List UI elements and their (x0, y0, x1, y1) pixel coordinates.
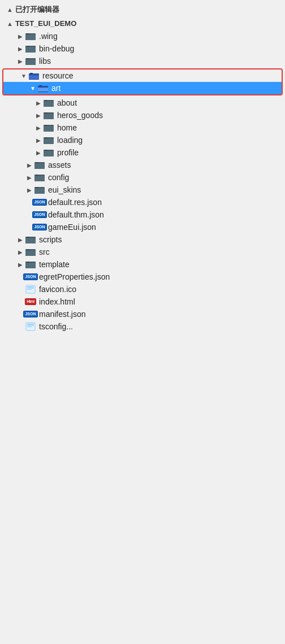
svg-rect-24 (44, 101, 54, 107)
svg-rect-37 (45, 137, 48, 138)
folder-icon-about (43, 98, 54, 107)
svg-rect-49 (36, 175, 38, 176)
ico-file-icon-favicon (25, 285, 36, 294)
tree-item-resource[interactable]: ▼ resource (3, 69, 282, 82)
arrow-toggle-art: ▼ (28, 85, 37, 92)
folder-icon-art (37, 84, 49, 93)
svg-rect-69 (27, 289, 32, 290)
item-label-about: about (57, 98, 285, 107)
item-label-default-thm-json: default.thm.json (48, 210, 285, 219)
svg-rect-36 (44, 138, 54, 144)
tree-item-egretProperties-json[interactable]: JSON egretProperties.json (0, 271, 285, 283)
tree-item-default-thm-json[interactable]: JSON default.thm.json (0, 208, 285, 221)
arrow-toggle-wing: ▶ (16, 33, 25, 40)
folder-icon-bin-debug (25, 44, 36, 53)
svg-rect-53 (36, 187, 38, 188)
item-label-manifest-json: manifest.json (39, 310, 285, 319)
arrow-toggle-home: ▶ (34, 125, 43, 131)
svg-rect-40 (44, 151, 54, 156)
svg-rect-65 (27, 262, 29, 263)
svg-rect-20 (39, 85, 42, 86)
json-file-icon-default-res: JSON (34, 198, 45, 207)
svg-rect-32 (44, 126, 54, 132)
tree-item-wing[interactable]: ▶ .wing (0, 30, 285, 42)
arrow-toggle-eui-skins: ▶ (25, 187, 34, 193)
project-root-header[interactable]: ▲ TEST_EUI_DEMO (0, 17, 285, 30)
svg-rect-7 (27, 46, 29, 47)
tree-item-home[interactable]: ▶ home (0, 121, 285, 134)
tree-item-config[interactable]: ▶ config (0, 171, 285, 184)
tree-item-manifest-json[interactable]: JSON manifest.json (0, 308, 285, 320)
svg-rect-15 (30, 73, 33, 74)
arrow-toggle-libs: ▶ (16, 58, 25, 64)
item-label-default-res-json: default.res.json (48, 198, 285, 207)
item-label-favicon-ico: favicon.ico (39, 285, 285, 294)
json-file-icon-default-thm: JSON (34, 210, 45, 219)
svg-rect-44 (34, 163, 45, 169)
tree-item-bin-debug[interactable]: ▶ bin-debug (0, 42, 285, 55)
tree-item-index-html[interactable]: Html index.html (0, 295, 285, 308)
tree-item-gameEui-json[interactable]: JSON gameEui.json (0, 221, 285, 233)
svg-rect-73 (27, 327, 32, 327)
tree-item-loading[interactable]: ▶ loading (0, 134, 285, 146)
svg-rect-72 (27, 325, 34, 326)
item-label-heros-goods: heros_goods (57, 111, 285, 120)
html-file-icon-index: Html (25, 297, 36, 306)
svg-rect-60 (25, 250, 36, 256)
json-file-icon-egretProperties: JSON (25, 272, 36, 281)
tree-item-default-res-json[interactable]: JSON default.res.json (0, 196, 285, 208)
tree-item-heros-goods[interactable]: ▶ heros_goods (0, 109, 285, 121)
svg-rect-10 (25, 59, 36, 65)
section-header-label: 已打开编辑器 (15, 5, 59, 15)
arrow-toggle-loading: ▶ (34, 137, 43, 143)
item-label-profile: profile (57, 148, 285, 157)
folder-icon-template (25, 260, 36, 269)
item-label-home: home (57, 123, 285, 132)
folder-icon-wing (25, 32, 36, 41)
tree-item-libs[interactable]: ▶ libs (0, 55, 285, 67)
folder-icon-assets (34, 160, 45, 169)
item-label-wing: .wing (39, 32, 285, 41)
tree-item-eui-skins[interactable]: ▶ eui_skins (0, 184, 285, 196)
tree-item-src[interactable]: ▶ src (0, 246, 285, 258)
folder-icon-src (25, 247, 36, 256)
tree-item-assets[interactable]: ▶ assets (0, 159, 285, 171)
svg-rect-25 (45, 100, 48, 101)
item-label-scripts: scripts (39, 235, 285, 244)
item-label-resource: resource (42, 71, 282, 80)
svg-rect-29 (45, 112, 48, 114)
tree-item-about[interactable]: ▶ about (0, 97, 285, 109)
project-label: TEST_EUI_DEMO (15, 19, 76, 28)
item-label-libs: libs (39, 56, 285, 66)
project-arrow-icon: ▲ (7, 20, 13, 27)
svg-rect-56 (25, 238, 36, 243)
item-label-bin-debug: bin-debug (39, 44, 285, 53)
svg-rect-11 (27, 58, 29, 59)
arrow-toggle-heros-goods: ▶ (34, 112, 43, 119)
json-file-icon-gameEui: JSON (34, 223, 45, 232)
arrow-toggle-config: ▶ (25, 175, 34, 181)
json-file-icon-manifest: JSON (25, 310, 36, 319)
section-arrow-icon: ▲ (7, 6, 13, 13)
svg-rect-67 (27, 286, 34, 288)
section-header-opened-editors[interactable]: ▲ 已打开编辑器 (0, 2, 285, 17)
item-label-config: config (48, 173, 285, 182)
tree-item-template[interactable]: ▶ template (0, 258, 285, 271)
tree-item-tsconfig[interactable]: tsconfig... (0, 320, 285, 333)
svg-rect-3 (27, 33, 29, 34)
tree-item-profile[interactable]: ▶ profile (0, 146, 285, 159)
arrow-toggle-scripts: ▶ (16, 237, 25, 243)
item-label-art: art (51, 84, 282, 93)
svg-rect-6 (25, 47, 36, 53)
item-label-assets: assets (48, 160, 285, 169)
tree-item-art[interactable]: ▼ art (3, 82, 282, 94)
svg-rect-57 (27, 237, 29, 238)
tree-item-scripts[interactable]: ▶ scripts (0, 233, 285, 246)
svg-rect-64 (25, 263, 36, 268)
svg-rect-33 (45, 125, 48, 126)
tree-item-favicon-ico[interactable]: favicon.ico (0, 283, 285, 295)
file-explorer: ▲ 已打开编辑器 ▲ TEST_EUI_DEMO ▶ .wing ▶ (0, 0, 285, 333)
generic-file-icon-tsconfig (25, 322, 36, 331)
folder-icon-scripts (25, 235, 36, 244)
svg-rect-2 (25, 34, 36, 40)
